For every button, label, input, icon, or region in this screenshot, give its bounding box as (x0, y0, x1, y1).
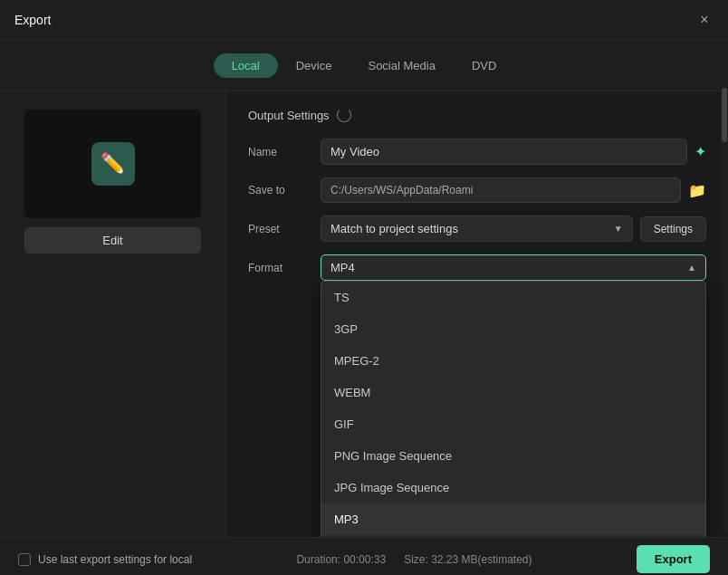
preset-label: Preset (248, 223, 321, 235)
ai-icon[interactable]: ✦ (694, 143, 706, 160)
last-export-checkbox-label: Use last export settings for local (38, 553, 192, 566)
format-option-mpeg2[interactable]: MPEG-2 (321, 345, 705, 377)
main-content: ✏️ Edit Output Settings Name ✦ Save to 📁 (0, 91, 728, 537)
format-option-wav[interactable]: WAV (321, 535, 705, 537)
tab-device[interactable]: Device (278, 53, 350, 78)
format-dropdown-menu: TS 3GP MPEG-2 WEBM GIF PNG Image Sequenc… (321, 281, 706, 537)
close-button[interactable]: × (695, 11, 714, 29)
name-field: ✦ (321, 139, 706, 165)
preview-box: ✏️ (24, 110, 201, 218)
format-option-3gp[interactable]: 3GP (321, 313, 705, 345)
last-export-checkbox[interactable]: Use last export settings for local (18, 553, 192, 566)
save-to-field: 📁 (321, 177, 706, 203)
tabs-container: Local Device Social Media DVD (0, 41, 728, 91)
output-settings-label: Output Settings (248, 109, 330, 122)
save-to-row: Save to 📁 (248, 177, 706, 203)
format-label: Format (248, 262, 321, 274)
preset-value: Match to project settings (330, 222, 458, 235)
tab-dvd[interactable]: DVD (454, 53, 514, 78)
scrollbar-thumb (722, 91, 727, 142)
scrollbar-track[interactable] (721, 91, 728, 532)
refresh-icon[interactable] (337, 108, 351, 122)
format-option-jpg-seq[interactable]: JPG Image Sequence (321, 472, 705, 503)
preset-field: Match to project settings ▼ Settings (321, 216, 706, 242)
preview-icon: ✏️ (91, 142, 135, 186)
window-title: Export (14, 13, 51, 27)
meta-info: Duration: 00:00:33 Size: 32.23 MB(estima… (296, 553, 532, 566)
tab-local[interactable]: Local (214, 53, 278, 78)
name-row: Name ✦ (248, 139, 706, 165)
right-panel: Output Settings Name ✦ Save to 📁 Preset (226, 91, 728, 537)
last-export-checkbox-box[interactable] (18, 553, 31, 566)
name-label: Name (248, 146, 321, 158)
format-option-gif[interactable]: GIF (321, 408, 705, 440)
format-option-png-seq[interactable]: PNG Image Sequence (321, 440, 705, 472)
format-option-mp3[interactable]: MP3 (321, 503, 705, 535)
format-field: MP4 ▲ TS 3GP MPEG-2 WEBM GIF PNG Image S… (321, 254, 706, 281)
settings-button[interactable]: Settings (640, 216, 706, 242)
size-label: Size: 32.23 MB(estimated) (404, 553, 532, 566)
format-dropdown-arrow: ▲ (687, 263, 696, 273)
save-to-label: Save to (248, 184, 321, 196)
preset-row: Preset Match to project settings ▼ Setti… (248, 216, 706, 242)
bottom-bar: Use last export settings for local Durat… (0, 537, 728, 575)
format-dropdown[interactable]: MP4 ▲ (321, 254, 706, 281)
format-dropdown-container: MP4 ▲ TS 3GP MPEG-2 WEBM GIF PNG Image S… (321, 254, 706, 281)
duration-label: Duration: 00:00:33 (296, 553, 386, 566)
preset-dropdown-arrow: ▼ (614, 224, 623, 234)
tab-social-media[interactable]: Social Media (350, 53, 453, 78)
format-option-ts[interactable]: TS (321, 282, 705, 313)
preset-dropdown[interactable]: Match to project settings ▼ (321, 216, 633, 242)
name-input[interactable] (321, 139, 687, 165)
format-row: Format MP4 ▲ TS 3GP MPEG-2 WEBM GIF PNG … (248, 254, 706, 281)
format-option-webm[interactable]: WEBM (321, 377, 705, 408)
save-to-input[interactable] (321, 177, 681, 203)
export-button[interactable]: Export (637, 545, 710, 573)
edit-button[interactable]: Edit (24, 227, 201, 254)
left-panel: ✏️ Edit (0, 91, 226, 537)
title-bar: Export × (0, 0, 728, 41)
format-value: MP4 (330, 261, 355, 274)
output-settings-header: Output Settings (248, 108, 706, 122)
folder-icon[interactable]: 📁 (688, 182, 706, 199)
